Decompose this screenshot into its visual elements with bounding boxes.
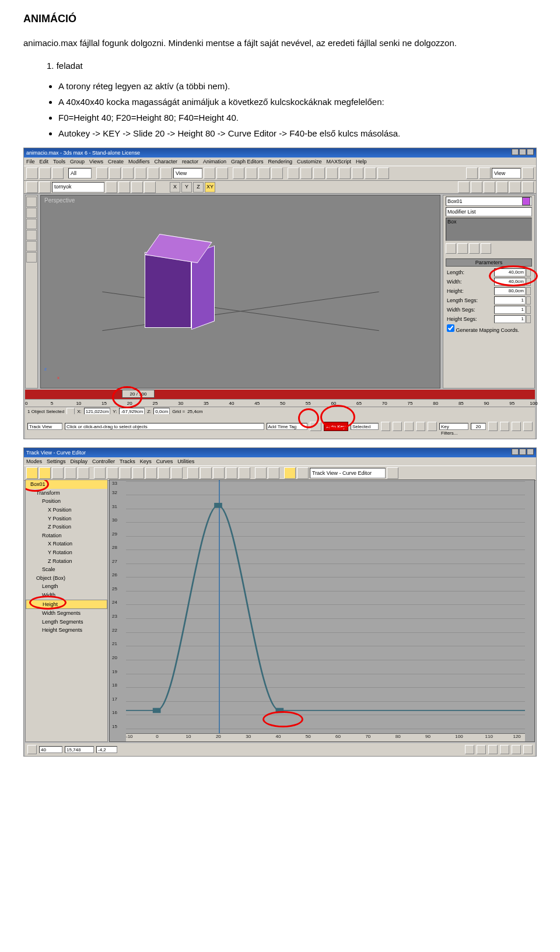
toolbar-button[interactable]	[171, 467, 183, 479]
reactor-button[interactable]	[26, 252, 37, 262]
reactor-button[interactable]	[26, 208, 37, 218]
curve-toolbar[interactable]: Track View - Curve Editor	[24, 466, 536, 481]
move-button[interactable]	[135, 167, 146, 179]
tree-item[interactable]: Width	[26, 591, 107, 600]
length-field[interactable]: 40,0cm	[494, 268, 526, 276]
tree-item[interactable]: Position	[26, 497, 107, 506]
toolbar-button[interactable]	[300, 167, 312, 179]
menu-item[interactable]: Create	[108, 158, 124, 165]
layer-combo[interactable]: tornyok	[52, 182, 104, 192]
toolbar-button[interactable]	[365, 167, 376, 179]
time-slider-area[interactable]: 20 / 100 0 5 10 15 20 25 30 35 40 45 50 …	[25, 390, 535, 414]
status-button[interactable]	[27, 745, 37, 754]
reactor-button[interactable]	[26, 197, 37, 207]
key-delta-field[interactable]: -4,2	[96, 746, 117, 753]
time-slider-track[interactable]: 20 / 100	[25, 390, 535, 399]
toolbar-button[interactable]	[522, 167, 534, 179]
scale-button[interactable]	[160, 167, 172, 179]
menu-item[interactable]: Curves	[156, 458, 173, 465]
toolbar-button[interactable]	[271, 167, 283, 179]
menu-item[interactable]: Group	[70, 158, 85, 165]
object-name-field[interactable]: Box01	[446, 197, 532, 206]
goto-start-button[interactable]	[381, 422, 390, 431]
mapcoords-checkbox[interactable]: Generate Mapping Coords.	[447, 324, 519, 334]
snap-button[interactable]	[233, 167, 244, 179]
menu-item[interactable]: File	[26, 158, 35, 165]
curve-path[interactable]	[126, 480, 525, 733]
layer-button[interactable]	[144, 181, 156, 193]
toolbar-button[interactable]	[145, 467, 157, 479]
nav-button[interactable]	[500, 745, 509, 754]
toolbar-button[interactable]	[313, 167, 325, 179]
tree-item-height[interactable]: Height	[26, 600, 107, 610]
goto-end-button[interactable]	[428, 422, 437, 431]
toolbar-button[interactable]	[65, 467, 76, 479]
lseg-field[interactable]: 1	[494, 296, 526, 304]
toolbar-button[interactable]	[284, 467, 296, 479]
nav-button[interactable]	[488, 745, 498, 754]
toolbar-button[interactable]	[268, 467, 279, 479]
track-tree[interactable]: Box01 Transform Position X Position Y Po…	[25, 480, 108, 742]
menu-item[interactable]: Customize	[297, 158, 322, 165]
tree-item[interactable]: X Rotation	[26, 540, 107, 548]
curve-area[interactable]: /* gridlines are drawn statically below …	[109, 480, 535, 742]
spinner[interactable]	[526, 315, 531, 323]
move-keys-button[interactable]	[39, 467, 51, 479]
nav-button[interactable]	[512, 422, 521, 431]
nav-button[interactable]	[512, 745, 521, 754]
toolbar-button[interactable]	[326, 167, 338, 179]
toolbar-button[interactable]	[258, 167, 270, 179]
command-panel[interactable]: Box01 Modifier List Box Parameters Lengt…	[443, 195, 535, 388]
menu-item[interactable]: Animation	[203, 158, 226, 165]
nav-button[interactable]	[477, 745, 486, 754]
layer-toolbar[interactable]: tornyok X Y Z XY	[24, 181, 536, 194]
toolbar-button[interactable]	[377, 167, 389, 179]
nav-button[interactable]	[500, 422, 509, 431]
toolbar-button[interactable]	[109, 167, 121, 179]
axis-z[interactable]: Z	[193, 182, 204, 192]
rotate-button[interactable]	[148, 167, 159, 179]
tangent-button[interactable]	[239, 467, 250, 479]
next-frame-button[interactable]	[416, 422, 425, 431]
wseg-field[interactable]: 1	[494, 306, 526, 314]
modifier-stack[interactable]: Box	[446, 218, 532, 241]
tangent-button[interactable]	[213, 467, 225, 479]
menu-item[interactable]: Controller	[92, 458, 115, 465]
stack-button[interactable]	[469, 243, 480, 254]
axis-x[interactable]: X	[170, 182, 180, 192]
menubar[interactable]: File Edit Tools Group Views Create Modif…	[24, 158, 536, 166]
trackview-combo[interactable]: Track View - Curve Editor	[310, 468, 386, 478]
toolbar-button[interactable]	[339, 167, 351, 179]
cmd-tab-icon[interactable]	[509, 181, 521, 193]
menu-item[interactable]: Character	[154, 158, 177, 165]
menu-item[interactable]: Graph Editors	[231, 158, 264, 165]
stack-button[interactable]	[481, 243, 491, 254]
tree-item[interactable]: Width Segments	[26, 609, 107, 618]
cmd-tab-icon[interactable]	[458, 181, 470, 193]
view-combo[interactable]: View	[492, 168, 521, 178]
menu-item[interactable]: Rendering	[268, 158, 293, 165]
tree-item[interactable]: Y Position	[26, 514, 107, 523]
axis-xy[interactable]: XY	[205, 182, 215, 192]
tree-item[interactable]: Transform	[26, 489, 107, 498]
menubar[interactable]: Modes Settings Display Controller Tracks…	[24, 457, 536, 466]
window-controls[interactable]	[511, 149, 534, 158]
menu-item[interactable]: Display	[71, 458, 88, 465]
time-slider-thumb[interactable]: 20 / 100	[122, 390, 155, 398]
nav-button[interactable]	[465, 745, 474, 754]
menu-item[interactable]: Utilities	[177, 458, 194, 465]
spinner[interactable]	[526, 296, 531, 304]
play-button[interactable]	[404, 422, 414, 431]
perspective-viewport[interactable]: Perspective zx	[40, 195, 440, 388]
tree-item[interactable]: Scale	[26, 565, 107, 574]
toolbar-button[interactable]	[122, 167, 134, 179]
hseg-field[interactable]: 1	[494, 315, 526, 323]
toolbar-button[interactable]	[120, 467, 131, 479]
tree-item[interactable]: X Position	[26, 506, 107, 514]
stack-button[interactable]	[457, 243, 468, 254]
spinner[interactable]	[526, 278, 531, 286]
toolbar-button[interactable]	[246, 167, 257, 179]
autokey-button[interactable]: Auto Key	[324, 422, 348, 431]
render-button[interactable]	[466, 167, 478, 179]
modifier-list[interactable]: Modifier List	[446, 207, 532, 216]
